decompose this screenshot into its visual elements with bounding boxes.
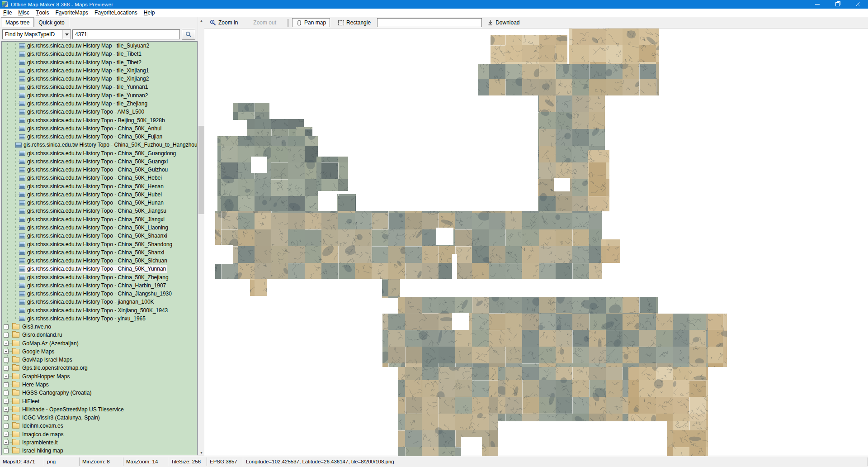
tree-item[interactable]: gis.rchss.sinica.edu.tw History Topo - C… <box>2 224 197 232</box>
tree-item-content[interactable]: gis.rchss.sinica.edu.tw History Topo - C… <box>15 141 198 149</box>
menu-item-tools[interactable]: Tools <box>33 9 52 17</box>
tree-item[interactable]: gis.rchss.sinica.edu.tw History Topo - X… <box>2 306 197 315</box>
maps-type-id-input[interactable]: 4371 <box>72 29 180 39</box>
tree-item[interactable]: gis.rchss.sinica.edu.tw History Topo - C… <box>2 265 197 273</box>
tree-item-content[interactable]: gis.rchss.sinica.edu.tw History Topo - C… <box>19 273 170 281</box>
expand-icon[interactable] <box>4 440 9 445</box>
tree-item[interactable]: gis.rchss.sinica.edu.tw History Topo - C… <box>2 182 197 191</box>
tree-item[interactable]: gis.rchss.sinica.edu.tw History Map - ti… <box>2 67 197 75</box>
tree-item-content[interactable]: gis.rchss.sinica.edu.tw History Topo - C… <box>19 215 166 224</box>
tree-folder-item[interactable]: Google Maps <box>2 348 197 356</box>
expand-icon[interactable] <box>4 382 9 387</box>
tree-item-content[interactable]: gis.rchss.sinica.edu.tw History Topo - C… <box>19 124 163 133</box>
tree-folder-item[interactable]: ICGC Vissir3 (Catalunya, Spain) <box>2 414 197 422</box>
tree-item[interactable]: gis.rchss.sinica.edu.tw History Map - ti… <box>2 75 197 83</box>
tree-item-content[interactable]: gis.rchss.sinica.edu.tw History Map - ti… <box>19 91 149 100</box>
tab-quick-goto[interactable]: Quick goto <box>34 18 69 27</box>
scroll-up-icon[interactable]: ▲ <box>198 17 205 24</box>
expand-icon[interactable] <box>4 366 9 371</box>
tree-item[interactable]: gis.rchss.sinica.edu.tw History Topo - C… <box>2 191 197 199</box>
tree-item-content[interactable]: gis.rchss.sinica.edu.tw History Topo - C… <box>19 199 165 207</box>
tree-item[interactable]: gis.rchss.sinica.edu.tw History Topo - C… <box>2 199 197 207</box>
map-canvas[interactable] <box>204 29 868 456</box>
tree-item[interactable]: gis.rchss.sinica.edu.tw History Topo - C… <box>2 215 197 224</box>
tree-item[interactable]: gis.rchss.sinica.edu.tw History Map - ti… <box>2 50 197 58</box>
expand-icon[interactable] <box>4 448 9 453</box>
tree-folder-item[interactable]: Gisro.donland.ru <box>2 331 197 339</box>
expand-icon[interactable] <box>4 407 9 412</box>
tree-item-content[interactable]: gis.rchss.sinica.edu.tw History Topo - C… <box>19 133 164 141</box>
scrollbar-thumb[interactable] <box>198 126 204 214</box>
menu-item-file[interactable]: File <box>0 9 15 17</box>
tree-folder-item[interactable]: Imagico.de maps <box>2 430 197 438</box>
tree-item-content[interactable]: gis.rchss.sinica.edu.tw History Map - ti… <box>19 67 150 75</box>
expand-icon[interactable] <box>4 357 9 362</box>
tree-item[interactable]: gis.rchss.sinica.edu.tw History Topo - C… <box>2 124 197 133</box>
tree-item-content[interactable]: gis.rchss.sinica.edu.tw History Topo - B… <box>19 116 166 124</box>
tree-folder-item[interactable]: Isprambiente.it <box>2 438 197 447</box>
tree-item[interactable]: gis.rchss.sinica.edu.tw History Map - ti… <box>2 83 197 91</box>
menu-item-favoritelocations[interactable]: FavoriteLocations <box>91 9 141 17</box>
zoom-in-button[interactable]: Zoom in <box>208 19 240 27</box>
tree-item-content[interactable]: gis.rchss.sinica.edu.tw History Topo - C… <box>19 224 170 232</box>
tree-item[interactable]: gis.rchss.sinica.edu.tw History Topo - C… <box>2 157 197 166</box>
tree-item-content[interactable]: gis.rchss.sinica.edu.tw History Topo - C… <box>19 248 165 257</box>
expand-icon[interactable] <box>4 374 9 379</box>
tree-item[interactable]: gis.rchss.sinica.edu.tw History Topo - C… <box>2 166 197 174</box>
tree-folder-item[interactable]: GovMap Israel Maps <box>2 356 197 364</box>
menu-item-favoritemaps[interactable]: FavoriteMaps <box>52 9 91 17</box>
tree-item[interactable]: gis.rchss.sinica.edu.tw History Topo - C… <box>2 290 197 298</box>
tree-folder-item[interactable]: HiFleet <box>2 397 197 405</box>
scroll-down-icon[interactable]: ▼ <box>198 449 205 456</box>
tree-item[interactable]: gis.rchss.sinica.edu.tw History Topo - C… <box>2 174 197 182</box>
tree-folder-item[interactable]: GoMap.Az (Azerbaijan) <box>2 339 197 348</box>
restore-button[interactable] <box>827 0 848 9</box>
tree-item[interactable]: gis.rchss.sinica.edu.tw History Topo - C… <box>2 133 197 141</box>
tree-item[interactable]: gis.rchss.sinica.edu.tw History Topo - C… <box>2 232 197 240</box>
expand-icon[interactable] <box>4 341 9 346</box>
tree-item-content[interactable]: gis.rchss.sinica.edu.tw History Topo - C… <box>19 157 169 166</box>
tree-folder-item[interactable]: Israel hiking map <box>2 447 197 455</box>
menu-item-help[interactable]: Help <box>141 9 158 17</box>
tree-item[interactable]: gis.rchss.sinica.edu.tw History Topo - C… <box>2 257 197 265</box>
tree-item-content[interactable]: gis.rchss.sinica.edu.tw History Topo - C… <box>19 182 165 191</box>
close-button[interactable] <box>848 0 868 9</box>
tree-item-content[interactable]: gis.rchss.sinica.edu.tw History Map - ti… <box>19 75 150 83</box>
tree-item[interactable]: gis.rchss.sinica.edu.tw History Topo - B… <box>2 116 197 124</box>
tree-item[interactable]: gis.rchss.sinica.edu.tw History Map - ti… <box>2 58 197 67</box>
expand-icon[interactable] <box>4 424 9 429</box>
tree-folder-item[interactable]: Hillshade - OpenStreetMap US Tileservice <box>2 405 197 414</box>
expand-icon[interactable] <box>4 432 9 437</box>
toolbar-input[interactable] <box>377 18 482 27</box>
tree-item[interactable]: gis.rchss.sinica.edu.tw History Topo - C… <box>2 141 197 149</box>
tree-item[interactable]: gis.rchss.sinica.edu.tw History Topo - C… <box>2 149 197 157</box>
tree-item[interactable]: gis.rchss.sinica.edu.tw History Topo - A… <box>2 108 197 116</box>
download-button[interactable]: Download <box>486 19 521 27</box>
expand-icon[interactable] <box>4 333 9 338</box>
menu-item-misc[interactable]: Misc <box>15 9 33 17</box>
tree-item-content[interactable]: gis.rchss.sinica.edu.tw History Topo - X… <box>19 306 169 315</box>
tree-folder-item[interactable]: Ideihm.covam.es <box>2 422 197 430</box>
tree-item[interactable]: gis.rchss.sinica.edu.tw History Topo - C… <box>2 273 197 281</box>
tree-item-content[interactable]: gis.rchss.sinica.edu.tw History Map - ti… <box>19 42 151 50</box>
tree-folder-item[interactable]: Here Maps <box>2 381 197 389</box>
tree-scrollbar[interactable]: ▲ ▼ <box>198 17 205 456</box>
tree-item[interactable]: gis.rchss.sinica.edu.tw History Topo - C… <box>2 248 197 257</box>
tree-item[interactable]: gis.rchss.sinica.edu.tw History Map - ti… <box>2 100 197 108</box>
expand-icon[interactable] <box>4 391 9 396</box>
expand-icon[interactable] <box>4 415 9 420</box>
tree-item-content[interactable]: gis.rchss.sinica.edu.tw History Topo - y… <box>19 315 147 323</box>
combo-dropdown-button[interactable] <box>62 30 71 39</box>
tree-item[interactable]: gis.rchss.sinica.edu.tw History Map - ti… <box>2 42 197 50</box>
tree-item-content[interactable]: gis.rchss.sinica.edu.tw History Topo - C… <box>19 240 174 248</box>
tree-item-content[interactable]: gis.rchss.sinica.edu.tw History Topo - C… <box>19 191 163 199</box>
expand-icon[interactable] <box>4 349 9 354</box>
zoom-out-button[interactable]: Zoom out <box>251 19 278 27</box>
tab-maps-tree[interactable]: Maps tree <box>1 17 34 27</box>
pan-map-button[interactable]: Pan map <box>292 18 330 27</box>
tree-folder-item[interactable]: Gps.tile.openstreetmap.org <box>2 364 197 372</box>
search-button[interactable] <box>182 29 195 40</box>
tree-item-content[interactable]: gis.rchss.sinica.edu.tw History Map - ti… <box>19 100 149 108</box>
tree-folder-item[interactable]: Gis3.nve.no <box>2 323 197 331</box>
map-viewport[interactable] <box>204 29 868 456</box>
